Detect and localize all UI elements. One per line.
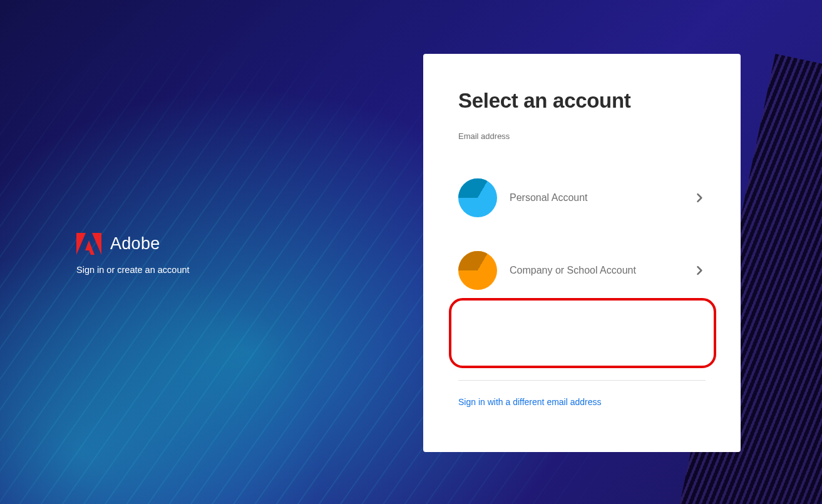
option-label: Company or School Account	[510, 265, 681, 276]
option-company-school-account[interactable]: Company or School Account	[458, 250, 706, 291]
svg-marker-0	[76, 233, 86, 255]
brand-tagline: Sign in or create an account	[76, 265, 190, 275]
adobe-logo-icon	[76, 233, 101, 255]
svg-marker-2	[85, 240, 95, 255]
brand-row: Adobe	[76, 233, 190, 255]
card-subtitle: Email address	[458, 131, 706, 141]
option-label: Personal Account	[510, 192, 681, 203]
chevron-right-icon	[693, 264, 706, 277]
account-options: Personal Account Company or School Accou…	[458, 177, 706, 291]
brand-panel: Adobe Sign in or create an account	[76, 233, 190, 275]
option-personal-account[interactable]: Personal Account	[458, 177, 706, 219]
different-email-link[interactable]: Sign in with a different email address	[458, 397, 706, 407]
company-school-account-icon	[458, 251, 497, 290]
card-title: Select an account	[458, 89, 706, 113]
personal-account-icon	[458, 178, 497, 217]
account-select-card: Select an account Email address Personal…	[423, 54, 741, 452]
divider	[458, 380, 706, 381]
brand-name: Adobe	[110, 234, 160, 254]
svg-marker-1	[92, 233, 101, 255]
chevron-right-icon	[693, 192, 706, 204]
